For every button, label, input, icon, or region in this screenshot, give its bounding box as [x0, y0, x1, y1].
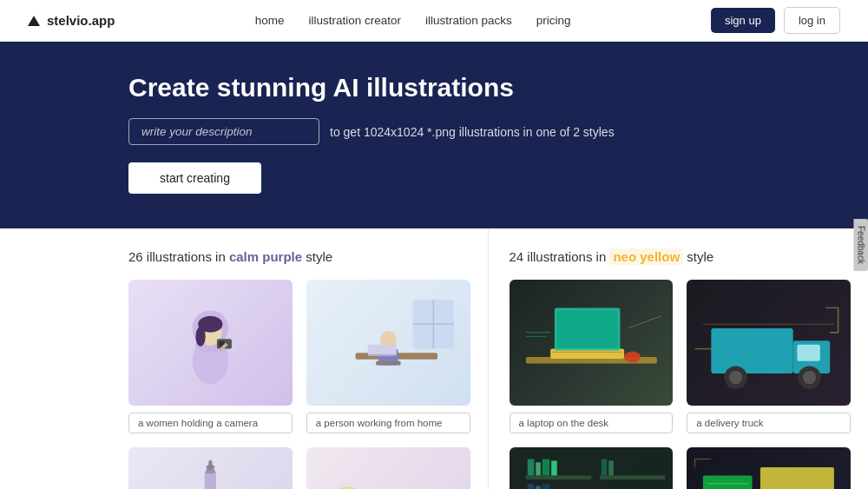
- login-button[interactable]: log in: [784, 7, 840, 34]
- neo-yellow-svg-3: [510, 447, 674, 489]
- svg-rect-23: [207, 466, 214, 468]
- calm-purple-img-2: [306, 280, 470, 406]
- svg-point-55: [729, 371, 742, 384]
- svg-rect-76: [599, 475, 665, 479]
- nav-home[interactable]: home: [255, 14, 285, 27]
- svg-rect-45: [556, 310, 617, 347]
- calm-purple-svg-3: [128, 447, 293, 489]
- signup-button[interactable]: sign up: [711, 8, 775, 33]
- svg-rect-15: [376, 361, 400, 366]
- svg-rect-68: [536, 486, 541, 489]
- calm-purple-grid: a women holding a camera: [128, 280, 470, 489]
- neo-yellow-prefix: illustrations in: [527, 249, 609, 264]
- calm-purple-card-4: [306, 447, 470, 489]
- calm-purple-label-1: a women holding a camera: [128, 413, 293, 433]
- calm-purple-count: 26: [128, 249, 143, 264]
- calm-purple-suffix: style: [306, 249, 332, 264]
- svg-rect-79: [608, 460, 614, 475]
- neo-yellow-card-3: [510, 447, 674, 489]
- svg-point-47: [624, 351, 641, 362]
- calm-purple-card-1: a women holding a camera: [128, 280, 293, 433]
- neo-yellow-title: 24 illustrations in neo yellow style: [510, 249, 852, 264]
- nav-illustration-packs[interactable]: illustration packs: [425, 14, 512, 27]
- feedback-tab[interactable]: Feedback: [854, 219, 868, 271]
- nav-links: home illustration creator illustration p…: [255, 14, 571, 27]
- description-input-placeholder[interactable]: write your description: [128, 118, 319, 145]
- svg-rect-51: [712, 328, 793, 373]
- svg-rect-64: [536, 462, 541, 475]
- brand-name: stelvio.app: [47, 13, 115, 28]
- neo-yellow-style-name: neo yellow: [609, 248, 683, 265]
- neo-yellow-img-4: [687, 447, 851, 489]
- svg-rect-63: [527, 459, 534, 476]
- calm-purple-gallery: 26 illustrations in calm purple style: [0, 228, 489, 489]
- neo-yellow-img-2: [687, 280, 851, 406]
- svg-rect-20: [205, 474, 216, 489]
- neo-yellow-card-2: a delivery truck: [687, 280, 851, 433]
- svg-rect-60: [525, 475, 591, 479]
- calm-purple-prefix: illustrations in: [147, 249, 229, 264]
- neo-yellow-card-4: [687, 447, 851, 489]
- svg-rect-16: [368, 345, 397, 354]
- neo-yellow-count: 24: [510, 249, 524, 264]
- nav-pricing[interactable]: pricing: [536, 14, 571, 27]
- neo-yellow-svg-1: [510, 280, 674, 406]
- svg-rect-17: [368, 354, 397, 356]
- neo-yellow-gallery: 24 illustrations in neo yellow style: [489, 228, 869, 489]
- svg-point-57: [803, 371, 816, 384]
- calm-purple-style-name: calm purple: [229, 249, 302, 264]
- neo-yellow-suffix: style: [687, 249, 713, 264]
- calm-purple-label-2: a person working from home: [306, 413, 470, 433]
- hero-input-row: write your description to get 1024x1024 …: [128, 118, 833, 145]
- hero-heading: Create stunning AI illustrations: [128, 73, 833, 102]
- neo-yellow-label-1: a laptop on the desk: [510, 413, 674, 433]
- gallery-section: 26 illustrations in calm purple style: [0, 228, 868, 489]
- start-creating-button[interactable]: start creating: [128, 162, 261, 194]
- calm-purple-svg-2: [306, 280, 470, 406]
- calm-purple-card-2: a person working from home: [306, 280, 470, 433]
- neo-yellow-img-1: [510, 280, 674, 406]
- hero-section: Create stunning AI illustrations write y…: [0, 42, 868, 228]
- svg-line-50: [628, 316, 661, 328]
- nav-actions: sign up log in: [711, 7, 840, 34]
- brand-logo[interactable]: stelvio.app: [28, 13, 115, 28]
- svg-rect-67: [527, 484, 534, 489]
- neo-yellow-label-2: a delivery truck: [687, 413, 851, 433]
- navbar: stelvio.app home illustration creator il…: [0, 0, 868, 42]
- calm-purple-title: 26 illustrations in calm purple style: [128, 249, 470, 264]
- neo-yellow-grid: a laptop on the desk: [510, 280, 852, 489]
- svg-rect-65: [542, 459, 549, 476]
- hero-description-text: to get 1024x1024 *.png illustrations in …: [330, 125, 615, 139]
- svg-point-5: [195, 327, 205, 347]
- neo-yellow-img-3: [510, 447, 674, 489]
- calm-purple-svg-1: [128, 280, 293, 406]
- neo-yellow-card-1: a laptop on the desk: [510, 280, 674, 433]
- svg-rect-66: [551, 460, 557, 475]
- calm-purple-img-1: [128, 280, 293, 406]
- calm-purple-svg-4: [306, 447, 470, 489]
- svg-rect-53: [798, 345, 820, 361]
- svg-rect-78: [601, 459, 607, 476]
- calm-purple-card-3: [128, 447, 293, 489]
- neo-yellow-svg-4: [687, 447, 851, 489]
- neo-yellow-svg-2: [687, 280, 851, 406]
- svg-rect-80: [703, 475, 753, 489]
- logo-triangle-icon: [28, 16, 40, 26]
- svg-rect-81: [760, 467, 834, 489]
- svg-rect-69: [542, 484, 549, 489]
- calm-purple-img-3: [128, 447, 293, 489]
- nav-illustration-creator[interactable]: illustration creator: [309, 14, 402, 27]
- calm-purple-img-4: [306, 447, 470, 489]
